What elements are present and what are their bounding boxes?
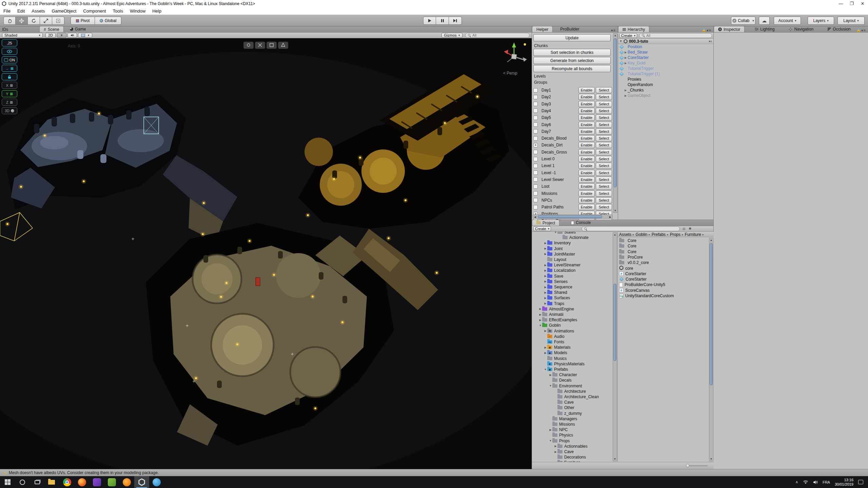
- tab-console[interactable]: Console: [567, 220, 595, 226]
- menu-item-edit[interactable]: Edit: [14, 7, 28, 15]
- global-toggle-button[interactable]: Global: [95, 17, 121, 25]
- hierarchy-item[interactable]: ▶_Chunks: [618, 87, 713, 93]
- project-tree-item[interactable]: Decals: [532, 378, 612, 383]
- icon-size-slider-knob[interactable]: [686, 464, 689, 467]
- project-tree-item[interactable]: Musics: [532, 356, 612, 361]
- taskbar-notepad-app-button[interactable]: [104, 476, 119, 488]
- group-enable-button[interactable]: Enable: [578, 170, 595, 176]
- group-select-button[interactable]: Select: [596, 170, 612, 176]
- hierarchy-item[interactable]: TutorialTrigger: [618, 66, 713, 71]
- panel-lock-menu-icons[interactable]: 🔒▾≡: [702, 28, 713, 32]
- tree-expander-icon[interactable]: ▶: [538, 313, 542, 316]
- group-enable-button[interactable]: Enable: [578, 128, 595, 135]
- cloud-button[interactable]: ☁: [759, 17, 770, 25]
- tree-expander-icon[interactable]: ▶: [544, 264, 547, 267]
- breadcrumb-assets[interactable]: Assets: [619, 232, 631, 237]
- minimize-button[interactable]: —: [835, 0, 846, 7]
- project-file-item[interactable]: #CoreStarter: [619, 271, 708, 277]
- group-select-button[interactable]: Select: [596, 122, 612, 128]
- project-file-item[interactable]: ProCore: [619, 255, 708, 260]
- project-tree-item[interactable]: Missions: [532, 422, 612, 427]
- group-enable-button[interactable]: Enable: [578, 101, 595, 107]
- volume-icon[interactable]: [813, 480, 818, 484]
- group-checkbox[interactable]: [533, 164, 538, 168]
- progrids-lock-button[interactable]: [2, 73, 17, 80]
- project-tree-item[interactable]: ▶Senses: [532, 279, 612, 284]
- group-select-button[interactable]: Select: [596, 163, 612, 169]
- project-tree-item[interactable]: ▼Goblin: [532, 323, 612, 328]
- tree-expander-icon[interactable]: ▶: [549, 373, 552, 377]
- project-tree-item[interactable]: ▶Joint: [532, 246, 612, 251]
- project-tree-item[interactable]: ▶Localization: [532, 268, 612, 273]
- group-select-button[interactable]: Select: [596, 190, 612, 197]
- tab-game[interactable]: Game: [66, 26, 90, 32]
- project-tree-item[interactable]: Other: [532, 405, 612, 410]
- project-tree-item[interactable]: ▼Props: [532, 438, 612, 444]
- group-checkbox[interactable]: [533, 95, 538, 99]
- project-search-field[interactable]: [581, 226, 680, 231]
- project-tree-item[interactable]: Cave: [532, 400, 612, 405]
- taskbar-unity-button[interactable]: [134, 476, 149, 488]
- group-enable-button[interactable]: Enable: [578, 190, 595, 197]
- tab-inspector[interactable]: i Inspector: [714, 26, 745, 32]
- helper-horizontal-scrollbar[interactable]: ◀ ▶: [533, 215, 613, 219]
- group-enable-button[interactable]: Enable: [578, 135, 595, 141]
- action-center-icon[interactable]: [858, 480, 863, 484]
- group-select-button[interactable]: Select: [596, 135, 612, 141]
- tree-expander-icon[interactable]: ▶: [554, 445, 557, 448]
- project-tree-item[interactable]: ▶Surfaces: [532, 295, 612, 301]
- tree-expander-icon[interactable]: ▶: [549, 428, 552, 431]
- hierarchy-item[interactable]: Proxies: [618, 77, 713, 82]
- menu-item-help[interactable]: Help: [149, 7, 165, 15]
- group-enable-button[interactable]: Enable: [578, 87, 595, 93]
- tree-expander-icon[interactable]: ▶: [544, 286, 547, 289]
- effects-dropdown[interactable]: ▾: [78, 33, 92, 38]
- tree-expander-icon[interactable]: ▶: [554, 450, 557, 453]
- collab-dropdown[interactable]: ✔ Collab▾: [731, 17, 755, 25]
- project-tree-item[interactable]: ▶Sequence: [532, 284, 612, 290]
- search-by-type-icon[interactable]: ◎: [683, 227, 686, 230]
- shading-mode-dropdown[interactable]: Shaded▾: [2, 33, 43, 38]
- expander-icon[interactable]: ▶: [624, 51, 628, 54]
- language-indicator[interactable]: FRA: [823, 480, 830, 484]
- group-checkbox[interactable]: [533, 177, 538, 182]
- tree-expander-icon[interactable]: ▶: [538, 307, 542, 310]
- tab-navigation[interactable]: Navigation: [785, 26, 817, 32]
- project-tree-item[interactable]: Layout: [532, 257, 612, 262]
- taskbar-clock[interactable]: 13:16 30/01/2019: [835, 478, 853, 487]
- project-tree-item[interactable]: ◉PhysicsMaterials: [532, 361, 612, 367]
- group-checkbox[interactable]: [533, 170, 538, 175]
- project-tree-scrollbar[interactable]: ▲▼: [613, 232, 617, 461]
- tree-expander-icon[interactable]: ▶: [538, 319, 542, 322]
- project-tree-item[interactable]: ▶Traps: [532, 301, 612, 306]
- expander-icon[interactable]: ▶: [624, 89, 628, 92]
- scene-menu-icon[interactable]: ▾≡: [709, 40, 712, 43]
- hierarchy-item[interactable]: ▶CoreStarter: [618, 55, 713, 60]
- project-tree-item[interactable]: ♪Audio: [532, 334, 612, 339]
- taskbar-search-button[interactable]: [15, 476, 30, 488]
- group-enable-button[interactable]: Enable: [578, 122, 595, 128]
- project-tree-item[interactable]: ▶Character: [532, 372, 612, 378]
- hierarchy-item[interactable]: TutorialTrigger (1): [618, 71, 713, 77]
- close-button[interactable]: ✕: [857, 0, 868, 7]
- progrids-visibility-button[interactable]: [2, 48, 17, 55]
- group-select-button[interactable]: Select: [596, 204, 612, 210]
- menu-item-gameobject[interactable]: GameObject: [48, 7, 80, 15]
- group-checkbox[interactable]: [533, 122, 538, 127]
- group-checkbox[interactable]: >: [533, 143, 538, 147]
- project-tree-item[interactable]: ▼Environment: [532, 383, 612, 389]
- group-select-button[interactable]: Select: [596, 128, 612, 135]
- menu-item-file[interactable]: File: [0, 7, 14, 15]
- layout-dropdown[interactable]: Layout▾: [837, 17, 865, 25]
- project-tree-item[interactable]: AaFonts: [532, 339, 612, 345]
- group-enable-button[interactable]: Enable: [578, 142, 595, 148]
- hierarchy-search-input[interactable]: [646, 34, 710, 38]
- project-tree-item[interactable]: Decorations: [532, 454, 612, 460]
- project-file-item[interactable]: #ScoreCanvas: [619, 288, 708, 293]
- hierarchy-create-dropdown[interactable]: Create▾: [619, 33, 637, 38]
- taskbar-file-explorer-button[interactable]: [45, 476, 60, 488]
- icon-size-slider[interactable]: [687, 465, 708, 466]
- progrids-y-axis-button[interactable]: Y▦: [2, 90, 17, 97]
- project-tree-item[interactable]: ▶EffectExamples: [532, 317, 612, 323]
- scene-3d-viewport[interactable]: ,25 ON →▦ X▦ Y▦ Z▦ 3D Axis: 0 < Persp: [0, 38, 532, 469]
